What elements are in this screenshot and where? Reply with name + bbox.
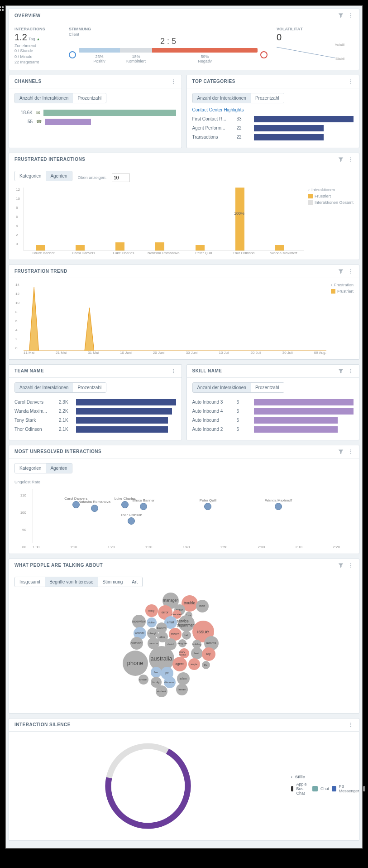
team-row: Carol Danvers2.3K — [14, 399, 176, 405]
svg-point-24 — [350, 451, 351, 452]
more-icon[interactable] — [348, 269, 354, 274]
bubble-term[interactable]: student — [156, 685, 167, 697]
top-n-input[interactable] — [112, 174, 130, 182]
scatter-point[interactable] — [91, 505, 98, 512]
trend-legend: ›Frustration Frustriert — [331, 283, 354, 355]
filter-icon[interactable] — [338, 157, 344, 162]
bubble-term[interactable]: man — [196, 600, 209, 612]
team-tabs[interactable]: Anzahl der InteraktionenProzentzahl — [14, 382, 106, 393]
bubble-term[interactable]: discount — [164, 676, 176, 688]
svg-point-15 — [350, 272, 351, 273]
scatter-point[interactable] — [275, 503, 282, 510]
skill-tabs[interactable]: Anzahl der InteraktionenProzentzahl — [192, 382, 284, 393]
svg-point-25 — [350, 453, 351, 453]
svg-point-14 — [350, 271, 351, 272]
silence-donut — [98, 736, 198, 836]
svg-point-12 — [350, 160, 351, 161]
filter-icon[interactable] — [338, 449, 344, 454]
bubble-term[interactable]: angie — [188, 658, 200, 670]
silence-channel-item: Apple Bus. Chat — [291, 782, 310, 796]
filter-icon[interactable] — [338, 563, 344, 568]
bubble-term[interactable]: daughter — [178, 639, 186, 647]
silence-legend: › Stille Apple Bus. ChatChatFB Messenger… — [291, 773, 354, 798]
trend-chart: 14121086420 — [24, 283, 326, 351]
scatter-point[interactable] — [121, 501, 129, 508]
overview-card: OVERVIEW INTERACTIONS 1.2 Tag ▲ Zunehmen… — [9, 9, 359, 70]
more-icon[interactable] — [348, 157, 354, 162]
svg-point-10 — [350, 157, 351, 158]
bubble-term[interactable]: adam — [177, 672, 190, 685]
channels-tabs[interactable]: Anzahl der InteraktionenProzentzahl — [14, 93, 106, 103]
bubble-term[interactable]: bel — [182, 631, 191, 640]
more-icon[interactable] — [348, 449, 354, 454]
more-icon[interactable] — [171, 79, 176, 84]
bubble-term[interactable]: cricket — [139, 675, 148, 685]
volatility-value: 0 — [277, 32, 354, 43]
bubble-term[interactable]: mary — [145, 604, 158, 617]
svg-point-18 — [172, 371, 173, 371]
bubble-term[interactable]: brett — [191, 647, 203, 659]
scatter-point[interactable] — [140, 503, 147, 510]
silence-card: INTERACTION SILENCE › Stille Apple Bus. … — [9, 718, 359, 841]
fb-icon — [332, 786, 336, 791]
chat-icon — [312, 786, 318, 791]
bubble-term[interactable]: customer — [130, 637, 143, 650]
bubble-term[interactable]: dollar — [147, 617, 157, 627]
svg-point-11 — [350, 159, 351, 160]
skill-row: Auto Inbound 46 — [192, 408, 354, 415]
svg-point-22 — [350, 372, 351, 373]
silence-channel-item: FB Messenger — [332, 784, 360, 793]
silence-channel-item: Google Bus. Messa... — [363, 782, 368, 796]
filter-icon[interactable] — [338, 269, 344, 274]
filter-icon[interactable] — [338, 13, 344, 18]
svg-point-27 — [350, 565, 351, 566]
svg-point-0 — [350, 13, 351, 14]
more-icon[interactable] — [171, 368, 176, 374]
more-icon[interactable] — [348, 368, 354, 374]
svg-point-1 — [350, 15, 351, 16]
filter-icon[interactable] — [338, 368, 344, 374]
svg-point-7 — [350, 79, 351, 80]
bubble-chart: managertroublebutlermanmaryerrorcanceled… — [116, 595, 252, 704]
svg-point-8 — [350, 81, 351, 82]
talking-tabs[interactable]: InsgesamtBegriffe von InteresseStimmungA… — [14, 577, 143, 587]
overview-title: OVERVIEW — [14, 13, 41, 18]
team-card: TEAM NAME Anzahl der InteraktionenProzen… — [9, 364, 182, 440]
bubble-term[interactable]: roy — [202, 647, 215, 661]
frustrated-bar-chart: 100%121086420 — [24, 188, 304, 251]
bubble-term[interactable]: service department — [178, 615, 195, 632]
svg-point-29 — [350, 723, 351, 723]
more-icon[interactable] — [348, 563, 354, 568]
unresolved-card: MOST UNRESOLVED INTERACTIONS KategorienA… — [9, 445, 359, 554]
more-icon[interactable] — [348, 79, 354, 84]
scatter-point[interactable] — [204, 503, 211, 510]
svg-point-33 — [99, 737, 197, 835]
more-icon[interactable] — [348, 722, 354, 728]
trend-up-icon: ▲ — [36, 37, 40, 41]
categories-tabs[interactable]: Anzahl der InteraktionenProzentzahl — [192, 93, 284, 103]
sentiment-label: STIMMUNG — [69, 27, 268, 31]
svg-point-19 — [172, 372, 173, 373]
bubble-term[interactable]: life — [202, 661, 210, 669]
volatility-chart: Volatil Stabil — [277, 43, 344, 61]
resize-handle[interactable] — [0, 6, 5, 13]
bubble-term[interactable]: farmer — [176, 684, 188, 695]
bubble-term[interactable]: agent — [172, 657, 187, 671]
frustrated-tabs[interactable]: KategorienAgenten — [14, 171, 72, 181]
svg-line-3 — [277, 47, 335, 58]
volatility-label: VOLATILITÄT — [277, 27, 354, 31]
channel-row: 55☎ — [14, 119, 176, 125]
bubble-term[interactable]: fee — [151, 667, 162, 678]
scatter-point[interactable] — [128, 517, 135, 525]
svg-point-9 — [350, 82, 351, 83]
frustration-trend-card: FRUSTRATION TREND 14121086420 11 Mai21 M… — [9, 265, 359, 360]
more-icon[interactable] — [348, 13, 354, 18]
highlights-link[interactable]: Contact Center Highlights — [192, 107, 244, 112]
sentiment-bar — [79, 48, 258, 53]
skill-row: Auto Inbound 36 — [192, 399, 354, 405]
svg-point-30 — [350, 724, 351, 725]
bubble-term[interactable]: phone — [123, 651, 148, 676]
skill-row: Auto Inbound5 — [192, 417, 354, 424]
unresolved-tabs[interactable]: KategorienAgenten — [14, 463, 72, 473]
bubble-term[interactable]: supervisor — [132, 615, 146, 628]
